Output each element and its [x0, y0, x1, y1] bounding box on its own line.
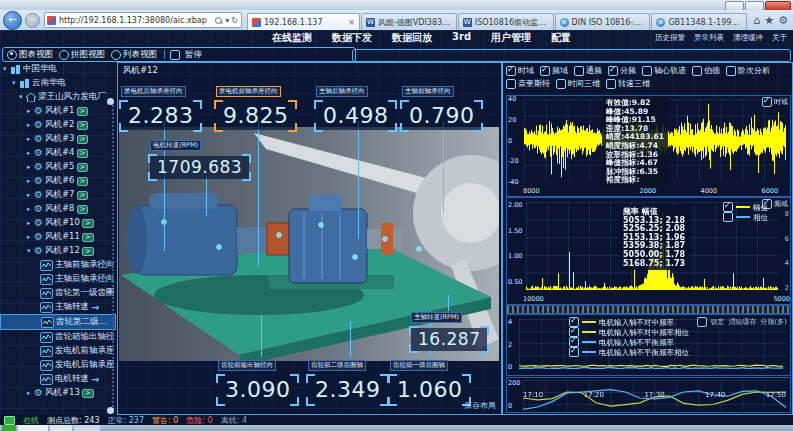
menu-item[interactable]: 3rd — [452, 31, 471, 45]
trend-chart[interactable]: 2000 17:1017:2017:3017:4017:50 — [506, 377, 791, 413]
callout-motor-rpm[interactable]: 电机转速(RPM) 1709.683 — [150, 137, 249, 179]
tree-node-measure-point[interactable]: 电机转速 → — [0, 372, 116, 386]
analysis-tab-checkbox[interactable]: 转速三维 — [606, 78, 653, 89]
home-icon[interactable]: ⌂ — [753, 14, 760, 27]
analysis-tab-checkbox[interactable]: 分频 — [608, 65, 639, 76]
analysis-tab-checkbox[interactable]: 阶次分析 — [726, 65, 773, 76]
tree-node-company[interactable]: ▾ 中国华电 — [0, 62, 116, 76]
legend-item[interactable]: 电机输入轴不对中频率 — [569, 317, 689, 327]
tree-node-measure-point[interactable]: 主轴转速 → — [0, 300, 116, 314]
turbine-open-button[interactable]: > — [82, 247, 94, 256]
callout-gearbox-output[interactable]: 齿轮箱输出轴径向 3.090 — [218, 357, 297, 404]
menu-item[interactable]: 配置 — [551, 31, 571, 45]
tree-node-measure-point[interactable]: 主轴后轴承径向 → — [0, 272, 116, 286]
browser-tab[interactable]: 192.168.1.137 × — [247, 13, 360, 30]
tree-node-turbine[interactable]: ▸ ⚙ 风机#4 > — [0, 146, 116, 160]
view-radio-option[interactable]: 拼图视图 — [59, 49, 107, 61]
turbine-open-button[interactable]: > — [82, 219, 94, 228]
menu-item[interactable]: 数据回放 — [392, 31, 432, 45]
expander-icon[interactable]: ▸ — [27, 107, 34, 115]
time-domain-chart[interactable]: 40200-20-40 2000400060008000 时域 有效值:9.82… — [506, 95, 791, 197]
lock-checkbox[interactable] — [697, 317, 707, 327]
analysis-tab-checkbox[interactable]: 奈奎斯特 — [506, 78, 553, 89]
tree-node-turbine[interactable]: ▸ ⚙ 风机#3 > — [0, 132, 116, 146]
menu-item[interactable]: 在线监测 — [272, 31, 312, 45]
browser-tab[interactable]: DIN ISO 10816-1-1997 机.. — [555, 13, 651, 30]
analysis-tab-checkbox[interactable]: 频域 — [540, 65, 571, 76]
menu-item[interactable]: 用户管理 — [491, 31, 531, 45]
split-multi-link[interactable]: 分频(多) — [761, 317, 787, 327]
tree-node-measure-point[interactable]: 齿轮箱输出轴径 → — [0, 330, 116, 344]
callout-main-rear-bearing[interactable]: 主轴后轴承径向 0.498 — [316, 83, 395, 130]
expander-icon[interactable]: ▸ — [27, 177, 34, 185]
taskbar-app-icon[interactable] — [50, 425, 72, 431]
callout-gear-stage1[interactable]: 齿轮箱一级齿圈轴 1.060 — [390, 357, 469, 404]
expander-icon[interactable]: ▸ — [27, 233, 34, 241]
turbine-open-button[interactable]: > — [77, 205, 89, 214]
tree-scrollbar[interactable] — [112, 102, 114, 410]
tree-node-turbine[interactable]: ▸ ⚙ 风机#13 > — [0, 386, 116, 400]
expander-icon[interactable]: ▸ — [27, 389, 34, 397]
browser-tab[interactable]: 风能-德图VDI3834+国内标.. — [361, 13, 457, 30]
turbine-open-button[interactable]: > — [77, 149, 89, 158]
expander-icon[interactable]: ▸ — [27, 121, 34, 129]
tree-node-plant[interactable]: ▾ 梁王山风力发电厂 — [0, 90, 116, 104]
turbine-open-button[interactable]: > — [77, 107, 89, 116]
expander-icon[interactable]: ▾ — [27, 247, 34, 255]
taskbar-app-icon[interactable] — [2, 425, 16, 431]
pause-checkbox[interactable] — [170, 50, 180, 60]
refresh-icon[interactable]: ↻ — [231, 16, 238, 25]
analysis-tab-checkbox[interactable]: 通频 — [574, 65, 605, 76]
legend-item[interactable]: 电机输入轴不平衡频率 — [569, 337, 689, 347]
turbine-open-button[interactable]: > — [77, 121, 89, 130]
menu-right-link[interactable]: 清理缓冲 — [733, 33, 763, 43]
search-dropdown-icon[interactable]: ▾ — [225, 16, 229, 25]
analysis-tab-checkbox[interactable]: 伯德 — [692, 65, 723, 76]
menu-right-link[interactable]: 历史报警 — [655, 33, 685, 43]
callout-gen-front-bearing[interactable]: 发电机前轴承座径向 9.825 — [216, 83, 295, 130]
search-icon[interactable] — [215, 17, 222, 24]
tree-node-region[interactable]: ▾ 云南华电 — [0, 76, 116, 90]
expander-icon[interactable]: ▸ — [27, 219, 34, 227]
analysis-tab-checkbox[interactable]: 轴心轨迹 — [642, 65, 689, 76]
menu-item[interactable]: 数据下发 — [332, 31, 372, 45]
expander-icon[interactable]: ▸ — [27, 191, 34, 199]
address-bar[interactable]: http://192.168.1.137:38080/aic.xbap ▾ ↻ — [44, 12, 242, 28]
expander-icon[interactable]: ▸ — [27, 149, 34, 157]
expander-icon[interactable]: ▸ — [27, 135, 34, 143]
chart-corner-toggle[interactable]: 时域 — [762, 97, 788, 107]
taskbar-app-icon[interactable] — [74, 425, 100, 431]
address-url[interactable]: http://192.168.1.137:38080/aic.xbap — [59, 16, 213, 25]
legend-item[interactable]: 电机输入轴不对中频率相位 — [569, 327, 689, 337]
callout-main-shaft-rpm[interactable]: 主轴转速(RPM) 16.287 — [411, 309, 487, 351]
view-radio-option[interactable]: 列表视图 — [111, 49, 159, 61]
expander-icon[interactable]: ▸ — [27, 205, 34, 213]
analysis-tab-checkbox[interactable]: 时域 — [506, 65, 537, 76]
tree-node-turbine[interactable]: ▸ ⚙ 风机#10 > — [0, 216, 116, 230]
scrollbar-thumb-bottom[interactable] — [107, 407, 114, 414]
callout-gen-rear-bearing[interactable]: 发电机后轴承座径向 2.283 — [121, 83, 200, 130]
tab-close-icon[interactable]: × — [345, 18, 355, 27]
tree-node-measure-point[interactable]: 齿轮第一级齿圈 → — [0, 286, 116, 300]
expander-icon[interactable]: ▾ — [3, 65, 10, 73]
expander-icon[interactable]: ▾ — [12, 79, 19, 87]
turbine-open-button[interactable]: > — [77, 177, 89, 186]
callout-main-front-bearing[interactable]: 主轴前轴承径向 0.790 — [402, 83, 481, 130]
expander-icon[interactable]: ▾ — [19, 93, 26, 101]
legend-item[interactable]: 电机输入轴不平衡频率相位 — [569, 347, 689, 357]
turbine-open-button[interactable]: > — [82, 389, 94, 398]
tools-gear-icon[interactable]: ⚙ — [778, 14, 788, 27]
tree-node-measure-point[interactable]: 发电机前轴承座 → — [0, 344, 116, 358]
taskbar-app-icon[interactable] — [18, 425, 48, 431]
view-radio-option[interactable]: 图表视图 — [7, 49, 55, 61]
tree-node-turbine[interactable]: ▸ ⚙ 风机#5 > — [0, 160, 116, 174]
analysis-tab-checkbox[interactable]: 时间三维 — [556, 78, 603, 89]
tree-node-turbine[interactable]: ▸ ⚙ 风机#2 > — [0, 118, 116, 132]
tree-node-turbine[interactable]: ▸ ⚙ 风机#6 > — [0, 174, 116, 188]
tree-node-turbine[interactable]: ▸ ⚙ 风机#8 > — [0, 202, 116, 216]
tree-node-turbine[interactable]: ▸ ⚙ 风机#11 > — [0, 230, 116, 244]
menu-right-link[interactable]: 异常列表 — [694, 33, 724, 43]
save-layout-button[interactable]: 保存布局 — [464, 400, 496, 411]
turbine-open-button[interactable]: > — [77, 135, 89, 144]
spectrum-chart[interactable]: 2.001.501.000.50 8642 500010000 频域 幅值 — [506, 197, 791, 305]
